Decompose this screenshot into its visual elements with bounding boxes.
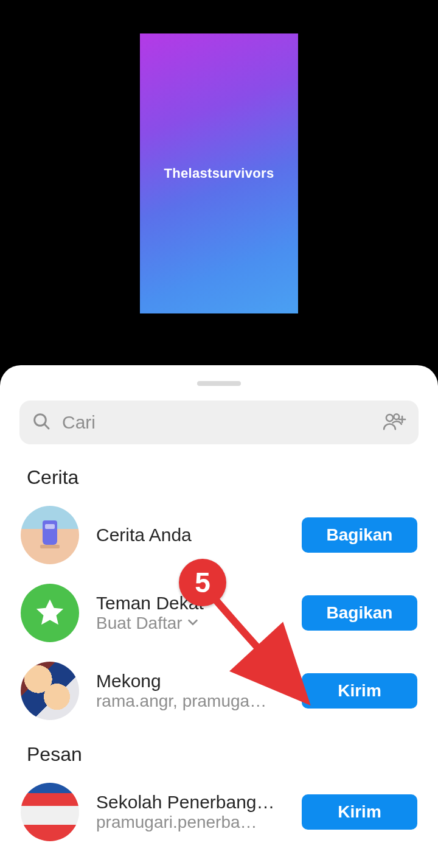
avatar-mekong[interactable]	[21, 662, 79, 720]
row-title: Teman Dekat	[96, 593, 285, 614]
search-icon	[32, 411, 51, 433]
share-button-close-friends[interactable]: Bagikan	[302, 595, 417, 631]
row-title: Mekong	[96, 671, 285, 691]
share-sheet: Cerita Cerita Anda Bagikan Teman Dekat B…	[0, 365, 438, 868]
avatar-your-story[interactable]	[21, 506, 79, 564]
row-subtitle: rama.angr, pramuga…	[96, 691, 285, 711]
search-bar[interactable]	[19, 401, 419, 444]
row-sekolah: Sekolah Penerbang… pramugari.penerba… Ki…	[0, 773, 438, 841]
row-title: Sekolah Penerbang…	[96, 792, 285, 813]
row-subtitle: pramugari.penerba…	[96, 813, 285, 832]
section-header-cerita: Cerita	[0, 444, 438, 496]
avatar-sekolah[interactable]	[21, 783, 79, 841]
sheet-grabber[interactable]	[197, 381, 241, 386]
row-title: Cerita Anda	[96, 525, 285, 545]
chevron-down-icon	[186, 614, 200, 633]
row-your-story: Cerita Anda Bagikan	[0, 496, 438, 574]
avatar-close-friends-icon[interactable]	[21, 584, 79, 642]
row-close-friends: Teman Dekat Buat Daftar Bagikan	[0, 574, 438, 652]
story-preview-area: Thelastsurvivors	[0, 0, 438, 365]
add-people-icon[interactable]	[382, 410, 406, 435]
send-button-sekolah[interactable]: Kirim	[302, 794, 417, 830]
row-subtitle[interactable]: Buat Daftar	[96, 614, 285, 633]
send-button-mekong[interactable]: Kirim	[302, 673, 417, 709]
svg-line-1	[44, 424, 49, 429]
svg-point-2	[386, 415, 393, 421]
share-button-your-story[interactable]: Bagikan	[302, 517, 417, 553]
story-preview-text: Thelastsurvivors	[164, 166, 274, 181]
row-mekong: Mekong rama.angr, pramuga… Kirim	[0, 652, 438, 730]
search-input[interactable]	[51, 412, 382, 433]
story-preview[interactable]: Thelastsurvivors	[140, 33, 298, 313]
svg-point-3	[394, 414, 399, 419]
section-header-pesan: Pesan	[0, 730, 438, 773]
